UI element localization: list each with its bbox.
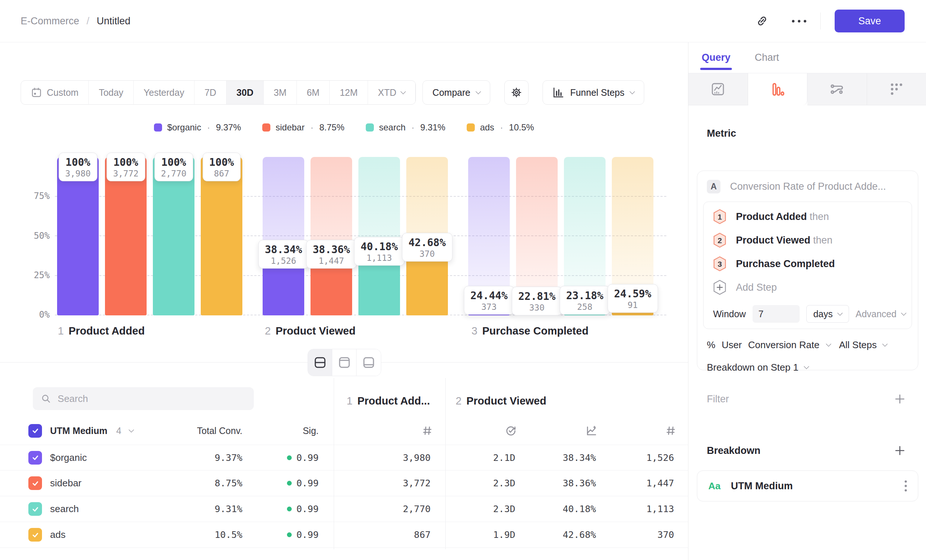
table-search[interactable] — [33, 387, 254, 410]
funnel-bar[interactable]: 38.34%1,526 — [263, 157, 304, 315]
breakdown-column-header[interactable]: UTM Medium — [50, 425, 107, 436]
tab-query[interactable]: Query — [702, 52, 731, 70]
retention-grid-tab[interactable] — [867, 73, 926, 105]
breakdown-property-card[interactable]: Aa UTM Medium — [697, 471, 918, 501]
flow-chart-tab[interactable] — [807, 73, 867, 105]
select-all-checkbox[interactable] — [28, 424, 42, 438]
share-link-icon[interactable] — [752, 11, 772, 31]
legend-item[interactable]: ads · 10.5% — [467, 122, 534, 133]
funnel-bar[interactable]: 100%3,980 — [57, 157, 99, 315]
add-step-button[interactable]: Add Step — [704, 275, 912, 299]
funnel-bar[interactable]: 23.18%258 — [564, 157, 605, 315]
counting-method[interactable]: User — [722, 339, 742, 351]
table-row[interactable]: $organic 9.37% 0.99 3,980 2.1D 38.34% 1,… — [0, 445, 688, 471]
date-range-option[interactable]: Yesterday — [134, 81, 194, 104]
compare-button[interactable]: Compare — [422, 80, 490, 104]
step2-rate: 38.34% — [527, 453, 607, 463]
window-value-input[interactable] — [752, 305, 800, 323]
line-chart-tab[interactable] — [688, 73, 748, 105]
window-unit-select[interactable]: days — [806, 305, 849, 323]
funnel-bar[interactable]: 24.59%91 — [612, 157, 654, 315]
funnel-step-row[interactable]: 1 Product Added then — [704, 205, 912, 229]
funnel-bar[interactable]: 38.36%1,447 — [310, 157, 352, 315]
kebab-menu-icon[interactable] — [902, 478, 909, 494]
tab-chart[interactable]: Chart — [755, 52, 779, 70]
row-checkbox[interactable] — [28, 451, 42, 465]
funnel-bar[interactable]: 100%867 — [201, 157, 242, 315]
table-only-view-button[interactable] — [357, 349, 381, 376]
date-range-option[interactable]: 12M — [330, 81, 368, 104]
bar-value-label: 23.18%258 — [560, 286, 610, 315]
date-range-option[interactable]: XTD — [368, 81, 416, 104]
date-range-option[interactable]: 30D — [227, 81, 264, 104]
y-axis: 75% 50% 25% 0% — [15, 157, 50, 315]
funnel-bars-icon — [769, 82, 786, 98]
bar-value-label: 24.59%91 — [607, 284, 658, 313]
table-row[interactable]: sidebar 8.75% 0.99 3,772 2.3D 38.36% 1,4… — [0, 471, 688, 496]
step2-rate: 38.36% — [527, 478, 607, 489]
bar-value-label: 24.44%373 — [464, 286, 514, 315]
funnel-bar[interactable]: 42.68%370 — [406, 157, 448, 315]
table-row[interactable]: search 9.31% 0.99 2,770 2.3D 40.18% 1,11… — [0, 496, 688, 522]
table-row[interactable]: ads 10.5% 0.99 867 1.9D 42.68% 370 — [0, 522, 688, 548]
count-metric-header[interactable] — [334, 425, 445, 436]
date-range-option[interactable]: 3M — [264, 81, 297, 104]
funnel-bar[interactable]: 100%2,770 — [153, 157, 194, 315]
chart-kind-tabs — [688, 73, 926, 105]
funnel-bar[interactable]: 100%3,772 — [105, 157, 147, 315]
chevron-down-icon — [837, 310, 843, 316]
date-range-label: Yesterday — [144, 87, 184, 98]
funnel-bar[interactable]: 22.81%330 — [516, 157, 558, 315]
legend-item[interactable]: search · 9.31% — [366, 122, 445, 133]
metric-title-row[interactable]: A Conversion Rate of Product Adde... — [707, 180, 909, 194]
add-filter-icon[interactable] — [894, 393, 906, 405]
chart-type-button[interactable]: Funnel Steps — [543, 80, 644, 104]
legend-item[interactable]: sidebar · 8.75% — [262, 122, 344, 133]
step-then-label: then — [813, 235, 833, 246]
breadcrumb-parent[interactable]: E-Commerce — [21, 15, 79, 27]
time-metric-header[interactable] — [445, 425, 527, 437]
breakdown-on-step-label: Breakdown on Step 1 — [707, 362, 799, 373]
row-checkbox[interactable] — [28, 502, 42, 516]
measure-scope-select[interactable]: All Steps — [839, 339, 877, 351]
legend-item[interactable]: $organic · 9.37% — [154, 122, 241, 133]
breakdown-on-step-select[interactable]: Breakdown on Step 1 — [707, 362, 918, 373]
legend-separator: · — [310, 122, 313, 133]
rate-metric-header[interactable] — [527, 425, 607, 437]
search-input[interactable] — [58, 393, 246, 404]
funnel-bar[interactable]: 40.18%1,113 — [359, 157, 400, 315]
date-range-option[interactable]: Custom — [21, 81, 89, 104]
check-icon — [31, 479, 39, 487]
add-breakdown-icon[interactable] — [894, 445, 906, 457]
date-range-label: 7D — [204, 87, 216, 98]
significance-dot-icon — [287, 532, 292, 537]
table-group-header-2: 2 Product Viewed — [455, 395, 546, 407]
funnel-chart-tab[interactable] — [748, 73, 808, 105]
measure-type-select[interactable]: Conversion Rate — [748, 339, 820, 351]
date-range-option[interactable]: 6M — [297, 81, 330, 104]
step2-rate: 42.68% — [527, 530, 607, 540]
segment-label: sidebar — [50, 477, 82, 489]
segment-label: search — [50, 503, 79, 515]
metric-letter-badge: A — [707, 180, 720, 194]
date-range-option[interactable]: 7D — [194, 81, 227, 104]
breadcrumb-current[interactable]: Untitled — [97, 15, 131, 27]
advanced-toggle[interactable]: Advanced — [856, 309, 906, 319]
chart-only-view-button[interactable] — [332, 349, 357, 376]
y-axis-tick: 50% — [15, 231, 50, 241]
date-range-option[interactable]: Today — [89, 81, 134, 104]
chart-settings-button[interactable] — [504, 80, 528, 104]
y-axis-tick: 25% — [15, 270, 50, 280]
funnel-step-row[interactable]: 2 Product Viewed then — [704, 229, 912, 252]
legend-value: 8.75% — [319, 122, 344, 133]
funnel-bar[interactable]: 24.44%373 — [468, 157, 510, 315]
split-view-button[interactable] — [308, 349, 332, 376]
chevron-down-icon[interactable] — [129, 427, 135, 433]
save-button[interactable]: Save — [835, 9, 905, 32]
funnel-step-row[interactable]: 3 Purchase Completed — [704, 252, 912, 275]
count-metric-header-2[interactable] — [607, 425, 689, 436]
report-area: Custom Today Yesterday 7D — [0, 42, 688, 560]
more-menu-button[interactable] — [788, 11, 809, 31]
row-checkbox[interactable] — [28, 476, 42, 490]
row-checkbox[interactable] — [28, 528, 42, 542]
